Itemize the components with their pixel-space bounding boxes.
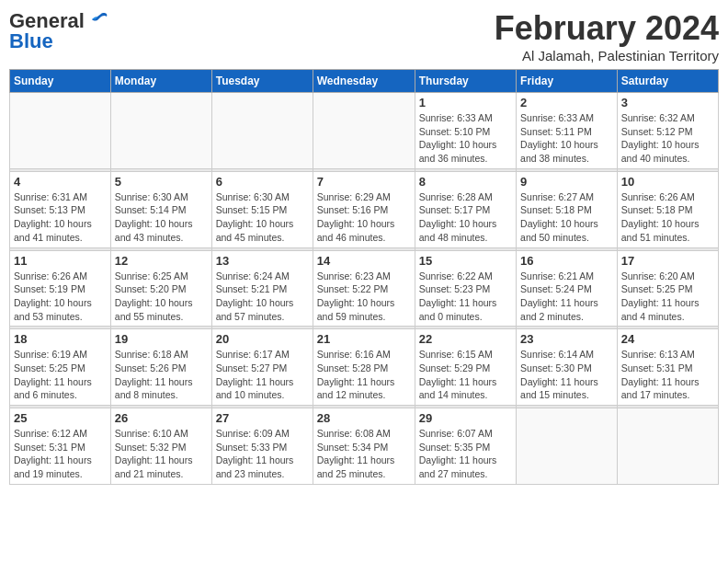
day-number: 29: [419, 411, 512, 425]
day-info: Sunrise: 6:14 AM Sunset: 5:30 PM Dayligh…: [520, 348, 613, 402]
day-info: Sunrise: 6:27 AM Sunset: 5:18 PM Dayligh…: [520, 190, 613, 245]
day-info: Sunrise: 6:20 AM Sunset: 5:25 PM Dayligh…: [621, 270, 714, 324]
day-info: Sunrise: 6:28 AM Sunset: 5:17 PM Dayligh…: [419, 190, 512, 245]
calendar-cell: 24Sunrise: 6:13 AM Sunset: 5:31 PM Dayli…: [617, 329, 718, 406]
calendar-cell: 8Sunrise: 6:28 AM Sunset: 5:17 PM Daylig…: [415, 171, 516, 247]
day-info: Sunrise: 6:30 AM Sunset: 5:14 PM Dayligh…: [115, 190, 208, 245]
day-info: Sunrise: 6:08 AM Sunset: 5:34 PM Dayligh…: [317, 427, 411, 481]
day-number: 8: [419, 175, 512, 189]
day-info: Sunrise: 6:26 AM Sunset: 5:19 PM Dayligh…: [14, 270, 107, 324]
calendar-cell: 15Sunrise: 6:22 AM Sunset: 5:23 PM Dayli…: [415, 250, 516, 327]
day-number: 18: [14, 332, 107, 346]
calendar-week-row: 4Sunrise: 6:31 AM Sunset: 5:13 PM Daylig…: [10, 171, 719, 247]
day-number: 12: [115, 254, 208, 268]
day-info: Sunrise: 6:33 AM Sunset: 5:11 PM Dayligh…: [520, 111, 613, 166]
day-info: Sunrise: 6:29 AM Sunset: 5:16 PM Dayligh…: [317, 190, 411, 245]
day-number: 25: [14, 411, 107, 425]
day-number: 4: [14, 175, 107, 189]
day-info: Sunrise: 6:30 AM Sunset: 5:15 PM Dayligh…: [216, 190, 309, 245]
day-info: Sunrise: 6:07 AM Sunset: 5:35 PM Dayligh…: [419, 427, 512, 481]
calendar-cell: [110, 93, 211, 169]
calendar-week-row: 11Sunrise: 6:26 AM Sunset: 5:19 PM Dayli…: [10, 250, 719, 327]
day-number: 21: [317, 332, 411, 346]
day-number: 22: [419, 332, 512, 346]
day-number: 27: [216, 411, 309, 425]
logo-blue: Blue: [9, 29, 53, 53]
logo: General Blue: [9, 9, 108, 53]
calendar-cell: 16Sunrise: 6:21 AM Sunset: 5:24 PM Dayli…: [517, 250, 618, 327]
calendar-cell: 27Sunrise: 6:09 AM Sunset: 5:33 PM Dayli…: [211, 408, 313, 485]
day-number: 19: [115, 332, 208, 346]
calendar-header-row: SundayMondayTuesdayWednesdayThursdayFrid…: [10, 70, 719, 93]
day-number: 24: [621, 332, 714, 346]
calendar-cell: 5Sunrise: 6:30 AM Sunset: 5:14 PM Daylig…: [110, 171, 211, 247]
calendar-cell: 17Sunrise: 6:20 AM Sunset: 5:25 PM Dayli…: [617, 250, 718, 327]
day-number: 15: [419, 254, 512, 268]
calendar-cell: 9Sunrise: 6:27 AM Sunset: 5:18 PM Daylig…: [517, 171, 618, 247]
day-info: Sunrise: 6:17 AM Sunset: 5:27 PM Dayligh…: [216, 348, 309, 402]
column-header-wednesday: Wednesday: [313, 70, 415, 93]
calendar-cell: [10, 93, 111, 169]
calendar-cell: 19Sunrise: 6:18 AM Sunset: 5:26 PM Dayli…: [110, 329, 211, 406]
day-info: Sunrise: 6:31 AM Sunset: 5:13 PM Dayligh…: [14, 190, 107, 245]
calendar-cell: 20Sunrise: 6:17 AM Sunset: 5:27 PM Dayli…: [211, 329, 313, 406]
calendar-cell: 7Sunrise: 6:29 AM Sunset: 5:16 PM Daylig…: [313, 171, 415, 247]
calendar-cell: 1Sunrise: 6:33 AM Sunset: 5:10 PM Daylig…: [415, 93, 516, 169]
column-header-friday: Friday: [517, 70, 618, 93]
column-header-tuesday: Tuesday: [211, 70, 313, 93]
calendar-cell: 29Sunrise: 6:07 AM Sunset: 5:35 PM Dayli…: [415, 408, 516, 485]
day-info: Sunrise: 6:09 AM Sunset: 5:33 PM Dayligh…: [216, 427, 309, 481]
column-header-monday: Monday: [110, 70, 211, 93]
day-info: Sunrise: 6:26 AM Sunset: 5:18 PM Dayligh…: [621, 190, 714, 245]
calendar-cell: 4Sunrise: 6:31 AM Sunset: 5:13 PM Daylig…: [10, 171, 111, 247]
calendar-cell: 25Sunrise: 6:12 AM Sunset: 5:31 PM Dayli…: [10, 408, 111, 485]
day-number: 23: [520, 332, 613, 346]
calendar-cell: 14Sunrise: 6:23 AM Sunset: 5:22 PM Dayli…: [313, 250, 415, 327]
day-number: 5: [115, 175, 208, 189]
day-info: Sunrise: 6:24 AM Sunset: 5:21 PM Dayligh…: [216, 270, 309, 324]
day-number: 10: [621, 175, 714, 189]
calendar-cell: [517, 408, 618, 485]
column-header-thursday: Thursday: [415, 70, 516, 93]
calendar-cell: 3Sunrise: 6:32 AM Sunset: 5:12 PM Daylig…: [617, 93, 718, 169]
day-number: 13: [216, 254, 309, 268]
calendar-week-row: 25Sunrise: 6:12 AM Sunset: 5:31 PM Dayli…: [10, 408, 719, 485]
day-info: Sunrise: 6:18 AM Sunset: 5:26 PM Dayligh…: [115, 348, 208, 402]
day-info: Sunrise: 6:32 AM Sunset: 5:12 PM Dayligh…: [621, 111, 714, 166]
calendar-cell: 26Sunrise: 6:10 AM Sunset: 5:32 PM Dayli…: [110, 408, 211, 485]
day-number: 1: [419, 96, 512, 109]
calendar-cell: 2Sunrise: 6:33 AM Sunset: 5:11 PM Daylig…: [517, 93, 618, 169]
day-number: 14: [317, 254, 411, 268]
column-header-sunday: Sunday: [10, 70, 111, 93]
calendar-cell: 18Sunrise: 6:19 AM Sunset: 5:25 PM Dayli…: [10, 329, 111, 406]
calendar-cell: 28Sunrise: 6:08 AM Sunset: 5:34 PM Dayli…: [313, 408, 415, 485]
day-info: Sunrise: 6:12 AM Sunset: 5:31 PM Dayligh…: [14, 427, 107, 481]
day-info: Sunrise: 6:10 AM Sunset: 5:32 PM Dayligh…: [115, 427, 208, 481]
day-info: Sunrise: 6:15 AM Sunset: 5:29 PM Dayligh…: [419, 348, 512, 402]
calendar-cell: 10Sunrise: 6:26 AM Sunset: 5:18 PM Dayli…: [617, 171, 718, 247]
calendar-cell: 21Sunrise: 6:16 AM Sunset: 5:28 PM Dayli…: [313, 329, 415, 406]
day-number: 26: [115, 411, 208, 425]
day-info: Sunrise: 6:19 AM Sunset: 5:25 PM Dayligh…: [14, 348, 107, 402]
calendar-cell: 23Sunrise: 6:14 AM Sunset: 5:30 PM Dayli…: [517, 329, 618, 406]
day-info: Sunrise: 6:23 AM Sunset: 5:22 PM Dayligh…: [317, 270, 411, 324]
day-number: 6: [216, 175, 309, 189]
calendar-cell: 13Sunrise: 6:24 AM Sunset: 5:21 PM Dayli…: [211, 250, 313, 327]
day-number: 7: [317, 175, 411, 189]
calendar-cell: 11Sunrise: 6:26 AM Sunset: 5:19 PM Dayli…: [10, 250, 111, 327]
calendar-cell: [617, 408, 718, 485]
location-subtitle: Al Jalamah, Palestinian Territory: [495, 48, 719, 63]
calendar-week-row: 1Sunrise: 6:33 AM Sunset: 5:10 PM Daylig…: [10, 93, 719, 169]
calendar-cell: 6Sunrise: 6:30 AM Sunset: 5:15 PM Daylig…: [211, 171, 313, 247]
day-number: 28: [317, 411, 411, 425]
calendar-table: SundayMondayTuesdayWednesdayThursdayFrid…: [9, 69, 719, 485]
day-info: Sunrise: 6:21 AM Sunset: 5:24 PM Dayligh…: [520, 270, 613, 324]
day-number: 9: [520, 175, 613, 189]
day-info: Sunrise: 6:33 AM Sunset: 5:10 PM Dayligh…: [419, 111, 512, 166]
day-number: 2: [520, 96, 613, 109]
calendar-week-row: 18Sunrise: 6:19 AM Sunset: 5:25 PM Dayli…: [10, 329, 719, 406]
page-header: General Blue February 2024 Al Jalamah, P…: [9, 9, 719, 63]
calendar-cell: 12Sunrise: 6:25 AM Sunset: 5:20 PM Dayli…: [110, 250, 211, 327]
logo-bird-icon: [88, 12, 108, 30]
column-header-saturday: Saturday: [617, 70, 718, 93]
